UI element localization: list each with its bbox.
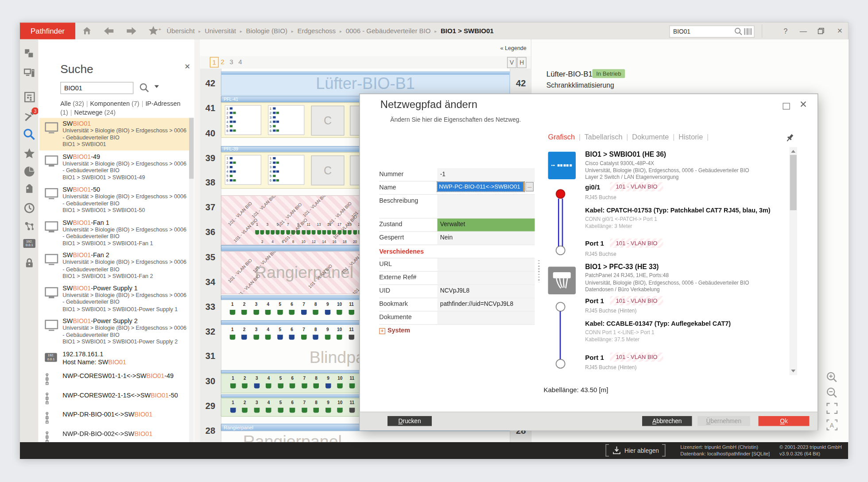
app-logo[interactable]: Pathfinder <box>20 23 75 39</box>
result-item[interactable]: SWBIO01-Fan 2Universität > Biologie (BIO… <box>39 250 190 282</box>
form-value[interactable] <box>438 195 535 218</box>
port-5[interactable]: 5 <box>274 302 286 317</box>
global-search-input[interactable] <box>672 27 734 37</box>
add-favorite-icon[interactable]: + <box>147 25 163 37</box>
port-10[interactable]: 10 <box>333 302 345 317</box>
port-7[interactable]: 7 <box>298 400 310 415</box>
sidebar-search-input[interactable] <box>63 83 132 93</box>
graph-scrollbar-thumb[interactable] <box>790 155 797 210</box>
vlan-port-11[interactable]: 11 <box>306 223 311 244</box>
port-3[interactable]: 3 <box>250 327 262 342</box>
minimize-button[interactable]: — <box>797 26 810 37</box>
port-10[interactable]: 10 <box>334 376 346 391</box>
vertical-button[interactable]: V <box>507 57 516 68</box>
home-icon[interactable] <box>81 25 93 37</box>
result-item[interactable]: SWBIO01-Power Supply 1Universität > Biol… <box>39 282 190 315</box>
breadcrumb-item[interactable]: Erdgeschoss <box>297 27 336 35</box>
port-9[interactable]: 9 <box>322 302 333 317</box>
system-label[interactable]: +System <box>379 325 410 338</box>
restore-button[interactable] <box>815 26 827 37</box>
port-11[interactable]: 11 <box>345 327 357 342</box>
apply-button[interactable]: Übernehmen <box>698 416 750 426</box>
port-5[interactable]: 5 <box>274 327 286 342</box>
vlan-port-1[interactable]: 1 <box>255 223 260 244</box>
breadcrumb-item[interactable]: 0006 - Gebäudeverteiler BIO <box>346 27 431 35</box>
rack-panel-lufter[interactable]: Lüfter-BIO-B1 <box>221 71 510 96</box>
result-item[interactable]: SWBIO01-Fan 1Universität > Biologie (BIO… <box>39 216 190 249</box>
form-value[interactable] <box>438 312 535 324</box>
port-6[interactable]: 6 <box>287 400 298 415</box>
topology-icon[interactable] <box>23 220 36 233</box>
expand-icon[interactable]: + <box>379 328 385 334</box>
port-3[interactable]: 3 <box>251 400 263 415</box>
port-4[interactable]: 4 <box>262 327 274 342</box>
port-9[interactable]: 9 <box>322 327 333 342</box>
filter-alle[interactable]: Alle (32) <box>60 100 84 107</box>
tools-icon[interactable]: 3 <box>23 110 36 123</box>
tab-historie[interactable]: Historie <box>678 133 703 141</box>
tab-grafisch[interactable]: Grafisch <box>548 133 575 141</box>
result-item[interactable]: NWP-DR-BIO-001<->SWBIO01 <box>39 407 190 426</box>
port-6[interactable]: 6 <box>286 302 298 317</box>
graph-scrollbar[interactable] <box>790 147 798 375</box>
port-11[interactable]: 11 <box>345 302 357 317</box>
port-11[interactable]: 11 <box>346 400 358 415</box>
tags-icon[interactable] <box>23 183 36 197</box>
port-7[interactable]: 7 <box>298 376 310 391</box>
vlan-port-12[interactable]: 12 <box>311 223 317 244</box>
port-10[interactable]: 10 <box>334 400 346 415</box>
port-9[interactable]: 9 <box>322 376 334 391</box>
result-item[interactable]: NWP-CORESW02-1-1S<->SWBIO01-50 <box>39 388 190 407</box>
scroll-down-icon[interactable] <box>791 370 795 372</box>
port-2[interactable]: 2 <box>239 376 251 391</box>
port-4[interactable]: 4 <box>263 400 275 415</box>
sidebar-close-icon[interactable]: ✕ <box>184 62 190 71</box>
port-marker[interactable] <box>555 359 565 368</box>
fit-text-icon[interactable]: A <box>826 419 839 432</box>
port-3[interactable]: 3 <box>250 302 262 317</box>
port-1[interactable]: 1 <box>226 327 238 342</box>
scroll-up-icon[interactable] <box>791 150 795 153</box>
dialog-close-icon[interactable]: ✕ <box>799 99 807 110</box>
result-item[interactable]: SWBIO01-49Universität > Biologie (BIO) >… <box>39 151 190 183</box>
port-7[interactable]: 7 <box>298 327 310 342</box>
port-2[interactable]: 2 <box>238 327 250 342</box>
port-10[interactable]: 10 <box>333 327 345 342</box>
rack-page-3[interactable]: 3 <box>228 57 236 66</box>
port-1[interactable]: 1 <box>226 302 238 317</box>
print-button[interactable]: Drucken <box>388 416 432 426</box>
port-8[interactable]: 8 <box>310 302 322 317</box>
form-value[interactable]: -1 <box>438 168 535 181</box>
rack-page-4[interactable]: 4 <box>236 57 244 66</box>
lock-icon[interactable] <box>23 256 36 270</box>
port-3[interactable]: 3 <box>251 376 263 391</box>
search-options-caret-icon[interactable] <box>155 85 159 88</box>
drop-target[interactable]: Hier ablegen <box>606 444 666 457</box>
result-item[interactable]: SWBIO01Universität > Biologie (BIO) > Er… <box>39 118 190 150</box>
port-1[interactable]: 1 <box>227 376 239 391</box>
result-item[interactable]: 192.0.0.1192.178.161.1Host Name: SWBIO01 <box>39 348 190 368</box>
tab-dokumente[interactable]: Dokumente <box>632 133 669 141</box>
zoom-out-icon[interactable] <box>826 387 839 400</box>
breadcrumb-item[interactable]: Universität <box>205 27 236 35</box>
graph-device-title[interactable]: BIO1 > PFC-33 (HE 33) <box>585 263 801 271</box>
panel-splitter[interactable] <box>538 260 540 282</box>
graph-port-name[interactable]: Port 1 <box>585 297 604 305</box>
rack-page-2[interactable]: 2 <box>219 57 227 66</box>
vlan-port-20[interactable]: 20 <box>353 223 358 244</box>
name-input-selected[interactable]: NWP-PC-BIO-011<->SWBIO01 <box>438 182 524 191</box>
graph-port-name[interactable]: Port 1 <box>585 239 604 247</box>
sidebar-scrollbar[interactable] <box>190 118 194 455</box>
components-icon[interactable] <box>23 67 36 80</box>
form-value[interactable]: NWP-PC-BIO-011<->SWBIO01... <box>438 181 535 194</box>
dialog-maximize-icon[interactable] <box>783 103 790 110</box>
hierarchy-icon[interactable] <box>23 47 36 60</box>
port-6[interactable]: 6 <box>287 376 298 391</box>
browse-button[interactable]: ... <box>525 182 534 191</box>
port-5[interactable]: 5 <box>275 376 287 391</box>
vlan-port-2[interactable]: 2 <box>260 223 265 244</box>
zoom-in-icon[interactable] <box>826 371 839 385</box>
cancel-button[interactable]: Abbrechen <box>642 416 692 426</box>
port-7[interactable]: 7 <box>298 302 310 317</box>
form-value[interactable] <box>438 272 535 285</box>
